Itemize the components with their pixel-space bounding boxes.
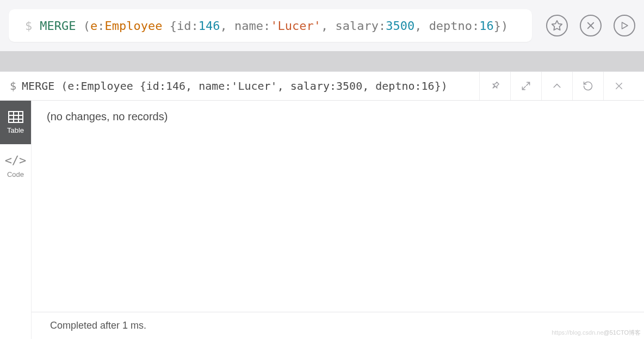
rerun-button[interactable] (572, 72, 603, 100)
refresh-icon (583, 81, 593, 91)
pin-icon (490, 81, 500, 91)
cypher-input[interactable]: $ MERGE (e:Employee {id:146, name:'Lucer… (9, 9, 532, 42)
star-icon (551, 20, 563, 32)
collapse-button[interactable] (541, 72, 572, 100)
expand-icon (521, 81, 531, 91)
result-panel: $ MERGE (e:Employee {id:146, name:'Lucer… (0, 71, 644, 339)
status-text: Completed after 1 ms. (50, 320, 146, 331)
expand-button[interactable] (510, 72, 541, 100)
prompt-symbol: $ (25, 19, 32, 33)
chevron-up-icon (552, 81, 562, 91)
result-actions (479, 72, 634, 100)
svg-marker-0 (552, 21, 562, 30)
close-icon (614, 81, 624, 91)
favorite-button[interactable] (546, 15, 568, 36)
result-body: Table </> Code (no changes, no records) … (0, 101, 644, 339)
result-message: (no changes, no records) (32, 101, 644, 312)
watermark: https://blog.csdn.ne@51CTO博客 (552, 329, 641, 337)
close-result-button[interactable] (603, 72, 634, 100)
query-bar-actions (546, 15, 635, 36)
separator-bar (0, 51, 644, 71)
result-prompt-symbol: $ (10, 79, 16, 93)
query-bar: $ MERGE (e:Employee {id:146, name:'Lucer… (0, 0, 644, 51)
run-button[interactable] (614, 15, 635, 36)
clear-button[interactable] (580, 15, 602, 36)
svg-marker-3 (622, 22, 628, 29)
result-content: (no changes, no records) Completed after… (32, 101, 644, 339)
cypher-query-content: MERGE (e:Employee {id:146, name:'Lucer',… (40, 19, 508, 33)
x-icon (586, 21, 596, 30)
code-icon: </> (5, 153, 27, 167)
svg-rect-6 (9, 112, 23, 122)
result-query-text: MERGE (e:Employee {id:146, name:'Lucer',… (22, 79, 479, 93)
tab-code[interactable]: </> Code (0, 144, 31, 188)
play-icon (620, 21, 629, 30)
tab-table[interactable]: Table (0, 101, 31, 144)
view-tabs: Table </> Code (0, 101, 32, 339)
table-icon (8, 111, 23, 123)
tab-code-label: Code (7, 170, 24, 178)
pin-button[interactable] (479, 72, 510, 100)
result-header: $ MERGE (e:Employee {id:146, name:'Lucer… (0, 72, 644, 101)
tab-table-label: Table (7, 126, 24, 134)
